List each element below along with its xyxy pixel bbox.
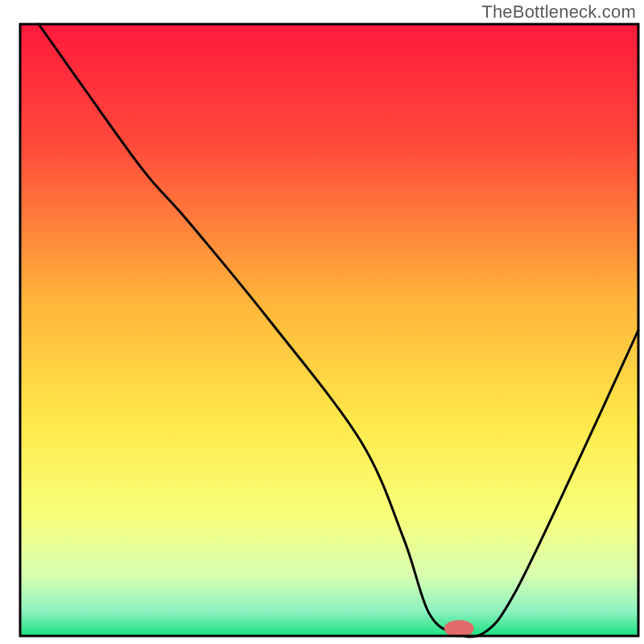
watermark-text: TheBottleneck.com (481, 2, 636, 23)
gradient-background (20, 24, 638, 636)
target-marker (444, 620, 474, 637)
plot-area (20, 24, 638, 638)
bottleneck-chart: TheBottleneck.com (0, 0, 644, 644)
chart-svg (0, 0, 644, 644)
